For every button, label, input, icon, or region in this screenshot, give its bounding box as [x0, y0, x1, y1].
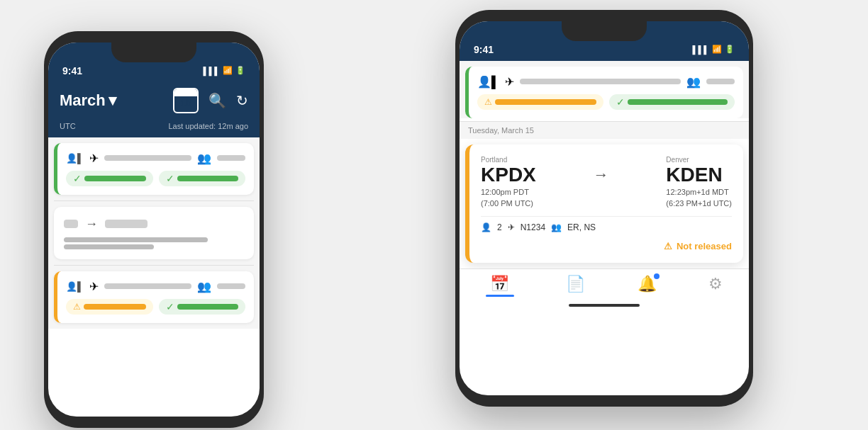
nav-documents[interactable]: 📄	[566, 275, 585, 297]
status-icons-left: ▌▌▌ 📶 🔋	[204, 66, 245, 75]
battery-icon-r: 🔋	[725, 45, 735, 54]
pill-bar-3	[177, 304, 239, 310]
crew-roles-icon-1: 👥	[197, 152, 211, 165]
phone-left: 9:41 ▌▌▌ 📶 🔋 March ▾ 18 🔍	[44, 31, 264, 428]
refresh-icon[interactable]: ↻	[236, 92, 248, 109]
route-card[interactable]: →	[54, 207, 254, 259]
from-time2: (7:00 PM UTC)	[481, 199, 536, 208]
battery-icon: 🔋	[235, 66, 245, 75]
to-code: KDEN	[666, 165, 732, 185]
status-pill-green-2: ✓	[159, 171, 246, 186]
nav-bell-icon: 🔔	[638, 275, 657, 293]
detail-status: ⚠ Not released	[481, 241, 732, 251]
crew-bar-1	[217, 155, 245, 161]
detail-crew-count: 2	[497, 222, 502, 232]
chevron-down-icon: ▾	[108, 91, 116, 110]
time-left: 9:41	[62, 65, 82, 77]
rp-crew-icon: 👤▌	[477, 75, 499, 89]
signal-icon-r: ▌▌▌	[693, 45, 709, 54]
home-indicator-right	[569, 304, 640, 307]
month-label: March	[60, 91, 106, 110]
phone-left-screen: 9:41 ▌▌▌ 📶 🔋 March ▾ 18 🔍	[48, 43, 260, 417]
flight-bar-2	[104, 283, 191, 289]
nav-settings-icon: ⚙	[708, 275, 723, 293]
status-text: Not released	[677, 241, 732, 251]
notch-left	[111, 43, 196, 62]
check-icon-2: ✓	[166, 173, 174, 184]
section-date: Tuesday, March 15	[460, 121, 749, 139]
signal-icon: ▌▌▌	[204, 67, 220, 75]
rp-flight-card-1[interactable]: 👤▌ ✈ 👥 ⚠ ✓	[465, 67, 743, 118]
rp-warn-icon: ⚠	[484, 97, 492, 107]
header-title-left[interactable]: March ▾	[60, 91, 116, 110]
check-icon-3: ✓	[166, 301, 174, 312]
search-icon[interactable]: 🔍	[208, 92, 226, 109]
from-airport: Portland KPDX 12:00pm PDT (7:00 PM UTC)	[481, 156, 536, 208]
phone-right-screen: 9:41 ▌▌▌ 📶 🔋 👤▌ ✈ 👥	[460, 21, 749, 395]
detail-roles-icon: 👥	[551, 222, 562, 232]
pill-bar-2	[177, 176, 239, 181]
rp-bar-1	[520, 79, 681, 84]
wifi-icon: 📶	[223, 66, 233, 75]
rp-check-icon: ✓	[616, 96, 625, 108]
detail-crew-icon: 👤	[481, 222, 491, 232]
nav-calendar-bar	[486, 295, 514, 297]
plane-icon-1: ✈	[89, 152, 99, 165]
flight-bar-1	[104, 155, 191, 161]
sub-header-left: UTC Last updated: 12m ago	[48, 122, 260, 137]
utc-label: UTC	[60, 122, 76, 130]
nav-settings[interactable]: ⚙	[708, 275, 723, 297]
rp-bar-2	[706, 79, 735, 84]
route-arrow: →	[594, 166, 609, 184]
scene: 9:41 ▌▌▌ 📶 🔋 March ▾ 18 🔍	[44, 10, 824, 421]
detail-bar-1	[64, 237, 208, 242]
detail-bar-2	[64, 244, 154, 249]
flight-card-2[interactable]: 👤▌ ✈ 👥 ⚠ ✓	[54, 271, 254, 323]
arrow-icon: →	[85, 217, 98, 232]
from-code: KPDX	[481, 165, 536, 185]
crew-icon-2: 👤▌	[66, 281, 84, 292]
flight-info-row-1: 👤▌ ✈ 👥	[66, 152, 245, 165]
rp-plane-icon: ✈	[505, 75, 514, 89]
detail-aircraft: N1234	[521, 222, 545, 232]
flight-card-1[interactable]: 👤▌ ✈ 👥 ✓ ✓	[54, 143, 254, 195]
status-row-2: ⚠ ✓	[66, 299, 245, 315]
wifi-icon-r: 📶	[712, 45, 722, 54]
detail-crew-row: 👤 2 ✈ N1234 👥 ER, NS	[481, 216, 732, 232]
to-time1: 12:23pm+1d MDT	[666, 188, 732, 196]
time-right: 9:41	[474, 44, 494, 55]
status-pill-amber: ⚠	[66, 299, 153, 315]
crew-bar-2	[217, 283, 245, 289]
from-city: Portland	[481, 156, 536, 164]
to-airport-box	[105, 220, 148, 228]
nav-notifications[interactable]: 🔔	[638, 275, 657, 297]
status-warn-icon: ⚠	[664, 241, 672, 251]
route-airports: →	[64, 217, 244, 232]
detail-crew-roles: ER, NS	[567, 222, 596, 232]
rp-green-pill: ✓	[609, 94, 735, 110]
warn-icon-1: ⚠	[73, 302, 81, 312]
to-airport: Denver KDEN 12:23pm+1d MDT (6:23 PM+1d U…	[666, 156, 732, 208]
plane-icon-2: ✈	[89, 280, 99, 293]
divider-1	[54, 200, 254, 201]
status-icons-right: ▌▌▌ 📶 🔋	[693, 45, 735, 54]
nav-calendar[interactable]: 📅	[486, 275, 514, 297]
status-row-1: ✓ ✓	[66, 171, 245, 186]
calendar-button[interactable]: 18	[173, 88, 199, 113]
route-details	[64, 237, 244, 249]
pill-bar-1	[84, 176, 146, 181]
detail-route: Portland KPDX 12:00pm PDT (7:00 PM UTC) …	[481, 156, 732, 208]
rp-green-bar	[628, 99, 728, 105]
calendar-date: 18	[180, 97, 191, 108]
rp-amber-pill: ⚠	[477, 94, 603, 110]
content-left: 👤▌ ✈ 👥 ✓ ✓	[48, 137, 260, 329]
check-icon-1: ✓	[73, 173, 82, 184]
to-time2: (6:23 PM+1d UTC)	[666, 199, 732, 208]
from-airport-box	[64, 220, 78, 228]
from-time1: 12:00pm PDT	[481, 188, 536, 196]
notch-right	[562, 21, 647, 41]
detail-card[interactable]: Portland KPDX 12:00pm PDT (7:00 PM UTC) …	[465, 145, 743, 263]
detail-plane-icon: ✈	[508, 222, 515, 232]
rp-row-1: 👤▌ ✈ 👥	[477, 75, 735, 89]
rp-roles-icon: 👥	[686, 75, 701, 89]
